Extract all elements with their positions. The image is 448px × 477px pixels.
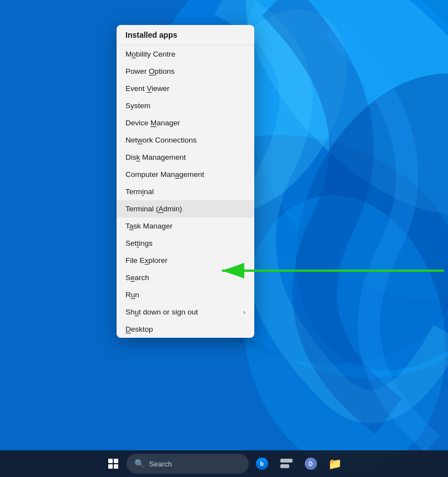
menu-item-search[interactable]: Search xyxy=(117,269,254,286)
menu-item-desktop[interactable]: Desktop xyxy=(117,321,254,338)
taskbar: 🔍 Search b D 📁 xyxy=(0,450,448,477)
menu-item-run[interactable]: Run xyxy=(117,286,254,303)
start-button[interactable] xyxy=(102,453,124,475)
discord-button[interactable]: D xyxy=(300,453,322,475)
search-icon: 🔍 xyxy=(134,459,145,469)
menu-item-disk-management[interactable]: Disk Management xyxy=(117,149,254,166)
windows-logo-icon xyxy=(108,459,118,469)
context-menu-header: Installed apps xyxy=(117,25,254,45)
menu-item-terminal-admin[interactable]: Terminal (Admin) xyxy=(117,200,254,217)
discord-icon: D xyxy=(305,458,317,470)
menu-item-settings[interactable]: Settings xyxy=(117,235,254,252)
menu-item-network-connections[interactable]: Network Connections xyxy=(117,131,254,149)
menu-item-computer-management[interactable]: Computer Management xyxy=(117,166,254,183)
menu-item-shut-down[interactable]: Shut down or sign out › xyxy=(117,303,254,321)
task-view-button[interactable] xyxy=(275,453,298,475)
context-menu: Installed apps Mobility Centre Power Opt… xyxy=(117,25,254,338)
menu-item-event-viewer[interactable]: Event Viewer xyxy=(117,80,254,97)
chevron-right-icon: › xyxy=(243,308,245,316)
menu-item-power-options[interactable]: Power Options xyxy=(117,63,254,80)
taskbar-search[interactable]: 🔍 Search xyxy=(127,454,249,474)
bing-icon: b xyxy=(256,458,268,470)
menu-item-task-manager[interactable]: Task Manager xyxy=(117,217,254,235)
folder-icon: 📁 xyxy=(328,457,342,470)
menu-item-device-manager[interactable]: Device Manager xyxy=(117,114,254,131)
menu-item-terminal[interactable]: Terminal xyxy=(117,183,254,200)
menu-item-system[interactable]: System xyxy=(117,97,254,114)
menu-item-mobility-centre[interactable]: Mobility Centre xyxy=(117,45,254,63)
task-view-icon xyxy=(280,459,293,469)
file-explorer-button[interactable]: 📁 xyxy=(324,453,346,475)
menu-item-file-explorer[interactable]: File Explorer xyxy=(117,252,254,269)
bing-chat-button[interactable]: b xyxy=(251,453,273,475)
taskbar-search-label: Search xyxy=(149,460,172,468)
